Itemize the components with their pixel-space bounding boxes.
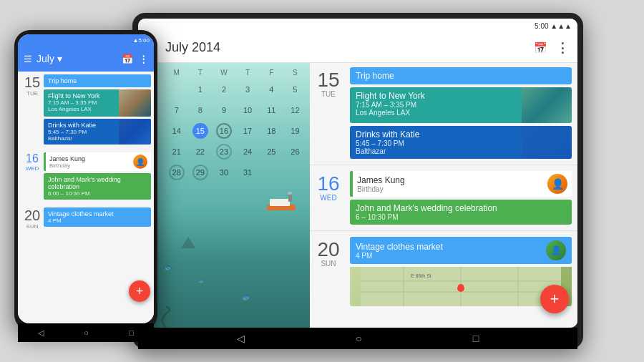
tablet-day-16-num: 16 [314, 174, 343, 194]
calendar-weeks: 1 2 3 4 5 6 7 8 [141, 79, 307, 182]
cal-day-22[interactable]: 22 [188, 142, 212, 162]
tablet-header-icons: 📅 ⋮ [534, 40, 569, 56]
tablet-header: ☰ July 2014 📅 ⋮ [138, 33, 577, 63]
cal-label-m: M [165, 67, 188, 78]
p-event-wedding-title: John and Mark's wedding celebration [48, 176, 147, 190]
cal-day-empty[interactable] [165, 79, 188, 99]
p-event-trip-home[interactable]: Trip home [44, 74, 151, 87]
t-event-drinks-katie[interactable]: Drinks with Katie 5:45 – 7:30 PM Balthaz… [350, 126, 572, 159]
phone-home-icon[interactable]: ○ [84, 328, 89, 337]
cal-day-8[interactable]: 8 [188, 100, 212, 120]
tablet-content: S M T W T F S [138, 63, 577, 328]
shark-fin-svg [181, 235, 195, 250]
cal-day-7[interactable]: 7 [165, 100, 188, 120]
phone-day-16-name: Wed [21, 165, 44, 172]
tablet-back-icon[interactable]: ◁ [237, 333, 245, 344]
t-event-trip-home[interactable]: Trip home [350, 67, 572, 84]
cal-day-12[interactable]: 12 [283, 100, 307, 120]
calendar-week-5: 27 28 29 30 31 [141, 162, 307, 182]
p-birthday-label: Birthday [49, 162, 85, 169]
cal-day-25[interactable]: 25 [260, 142, 283, 162]
t-event-wedding-title: John and Mark's wedding celebration [356, 203, 566, 213]
cal-day-24[interactable]: 24 [236, 142, 260, 162]
cal-day-29[interactable]: 29 [188, 162, 212, 182]
tablet-divider-2 [310, 230, 577, 231]
t-event-birthday-james[interactable]: James Kung Birthday 👤 [350, 171, 572, 197]
phone-day-20: 20 Sun Vintage clothes market 4 PM [18, 205, 154, 230]
tablet-day-15-name: Tue [314, 90, 343, 98]
cal-day-5[interactable]: 5 [283, 79, 307, 99]
cal-day-17[interactable]: 17 [236, 121, 260, 141]
cal-day-4[interactable]: 4 [260, 79, 283, 99]
phone-day-15-name: Tue [21, 90, 44, 97]
cal-day-19[interactable]: 19 [283, 121, 307, 141]
cal-day-30[interactable]: 30 [212, 162, 235, 182]
phone-day-15-events: Trip home Flight to New York 7:15 AM – 3… [44, 74, 151, 147]
phone-recents-icon[interactable]: □ [129, 328, 134, 337]
svg-text:E 66th St: E 66th St [411, 273, 431, 278]
phone-more-icon[interactable]: ⋮ [139, 54, 148, 64]
cal-day-9[interactable]: 9 [212, 100, 235, 120]
cal-day-15-today[interactable]: 15 [188, 121, 212, 141]
tablet-status-bar: 5:00 ▲▲▲ [138, 19, 577, 33]
p-event-vintage-title: Vintage clothes market [48, 210, 147, 217]
cal-label-s2: S [283, 67, 307, 78]
cal-day-18[interactable]: 18 [260, 121, 283, 141]
phone-back-icon[interactable]: ◁ [38, 328, 44, 338]
cal-day-31[interactable]: 31 [236, 162, 260, 182]
phone-status-bar: ▲ 5:00 [18, 34, 154, 46]
p-event-wedding[interactable]: John and Mark's wedding celebration 6:00… [44, 173, 151, 200]
tablet-time: 5:00 [535, 22, 548, 30]
t-event-flight-ny[interactable]: Flight to New York 7:15 AM – 3:35 PM Los… [350, 87, 572, 123]
t-event-wedding[interactable]: John and Mark's wedding celebration 6 – … [350, 200, 572, 225]
tablet-fab[interactable]: + [540, 285, 569, 313]
t-event-flight-image [522, 87, 572, 123]
cal-day-16-selected[interactable]: 16 [212, 121, 235, 141]
tablet-events-panel: 15 Tue Trip home Flight to New York 7 [310, 63, 577, 328]
tablet-recents-icon[interactable]: □ [473, 333, 479, 344]
cal-day-10[interactable]: 10 [236, 100, 260, 120]
cal-day-26[interactable]: 26 [283, 142, 307, 162]
cal-label-t1: T [188, 67, 212, 78]
cal-day-11[interactable]: 11 [260, 100, 283, 120]
cal-empty [283, 162, 307, 182]
p-event-drinks-image [119, 119, 151, 145]
calendar-ocean-scene: 🐟 🐟 🐟 [138, 185, 310, 328]
p-birthday-name: James Kung [49, 155, 85, 162]
tablet-day-16-label: 16 Wed [310, 167, 347, 229]
phone-calendar-icon[interactable]: 📅 [122, 54, 133, 64]
t-avatar-james: 👤 [547, 174, 567, 194]
t-event-wedding-time: 6 – 10:30 PM [356, 213, 566, 221]
tablet-calendar: S M T W T F S [138, 63, 310, 328]
cal-day-14[interactable]: 14 [165, 121, 188, 141]
cal-day-2[interactable]: 2 [212, 79, 235, 99]
more-icon[interactable]: ⋮ [556, 40, 569, 56]
cal-day-23[interactable]: 23 [212, 142, 235, 162]
t-event-vintage-time: 4 PM [356, 252, 443, 260]
phone-day-20-label: 20 Sun [21, 207, 44, 230]
t-event-drinks-image [522, 126, 572, 159]
phone-hamburger-icon[interactable]: ☰ [24, 54, 32, 64]
svg-point-11 [457, 285, 464, 292]
cal-day-3[interactable]: 3 [236, 79, 260, 99]
phone-fab[interactable]: + [129, 280, 150, 302]
tablet-day-20-section: 20 Sun Vintage clothes market 4 PM [310, 233, 577, 310]
calendar-ocean-bg: S M T W T F S [138, 63, 310, 328]
p-event-vintage[interactable]: Vintage clothes market 4 PM [44, 207, 151, 227]
phone-screen: ▲ 5:00 ☰ July ▾ 📅 ⋮ 15 Tue [18, 34, 154, 323]
tablet-day-15-events: Trip home Flight to New York 7:15 AM – 3… [347, 63, 577, 163]
cal-day-28[interactable]: 28 [165, 162, 188, 182]
cal-day-1[interactable]: 1 [188, 79, 212, 99]
fish-3: 🐟 [241, 292, 252, 302]
tablet-home-icon[interactable]: ○ [356, 333, 361, 344]
phone-nav-bar: ◁ ○ □ [18, 323, 154, 342]
tablet-day-15-num: 15 [314, 70, 343, 90]
t-event-vintage-market[interactable]: Vintage clothes market 4 PM 👤 [350, 237, 572, 264]
p-event-flight-ny[interactable]: Flight to New York 7:15 AM – 3:35 PM Los… [44, 89, 151, 117]
cal-label-w: W [212, 67, 235, 78]
calendar-icon[interactable]: 📅 [534, 41, 547, 54]
tablet-screen: 5:00 ▲▲▲ ☰ July 2014 📅 ⋮ [138, 19, 577, 328]
cal-day-21[interactable]: 21 [165, 142, 188, 162]
p-event-drinks-katie[interactable]: Drinks with Katie 5:45 – 7:30 PM Balthaz… [44, 119, 151, 145]
p-event-birthday-james[interactable]: James Kung Birthday 👤 [44, 152, 151, 171]
